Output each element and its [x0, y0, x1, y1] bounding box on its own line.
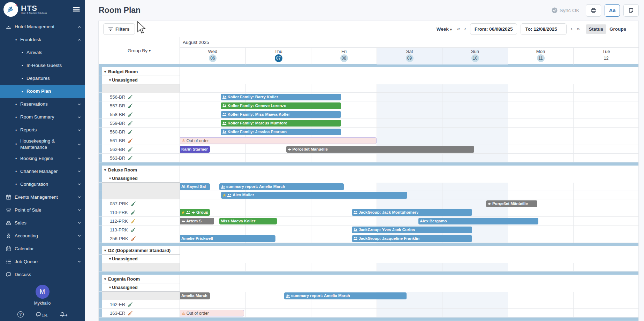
sidebar-item-accounting[interactable]: $Accounting	[0, 229, 85, 242]
room-label-557-br[interactable]: 557-BR	[102, 101, 180, 110]
housekeeping-icon	[128, 129, 133, 135]
groups-toggle-button[interactable]: Groups	[606, 24, 629, 34]
sidebar-item-events-management[interactable]: Events Management	[0, 191, 85, 204]
prev-fast-button[interactable]: «	[457, 26, 461, 32]
row-indicator-strip	[99, 174, 102, 183]
booking-bar[interactable]: Porçeßet Mänùèlle	[486, 200, 537, 207]
next-fast-button[interactable]: »	[576, 26, 580, 32]
font-size-button[interactable]: Aa	[605, 4, 620, 17]
room-label-561-br[interactable]: 561-BR	[102, 136, 180, 145]
sidebar-item-calendar[interactable]: Calendar	[0, 242, 85, 255]
day-cell	[377, 93, 442, 101]
booking-bar[interactable]: Koller Family: Marcus Mumford	[221, 120, 341, 127]
sidebar-item-label: Frontdesk	[20, 37, 77, 43]
subgroup-name: Unassigned	[112, 256, 138, 261]
subgroup-header-label[interactable]: ▾Unassigned	[102, 283, 180, 292]
sidebar-item-hotel-management[interactable]: Hotel Management	[0, 21, 85, 33]
day-cell	[442, 300, 508, 309]
room-label-112-prk[interactable]: 112-PRK	[102, 217, 180, 226]
booking-bar[interactable]: Karin Starmer	[180, 146, 210, 153]
subgroup-header-label[interactable]: ▾Unassigned	[102, 174, 180, 183]
booking-bar[interactable]: Koller Family: Miss Maeva Koller	[221, 111, 341, 118]
section-divider	[99, 318, 638, 321]
sidebar-item-configuration[interactable]: •Configuration	[0, 178, 85, 191]
range-dropdown[interactable]: Week ▾	[437, 26, 452, 32]
avatar[interactable]: M	[36, 285, 50, 299]
booking-bar[interactable]: JackGroup: Jacqueline Franklin	[352, 235, 472, 242]
print-button[interactable]	[586, 4, 601, 17]
room-row: 113-PRK JackGroup: Yves Jack Curios	[99, 226, 638, 234]
booking-bar[interactable]: ★Alex Muller	[221, 192, 407, 199]
sidebar-item-point-of-sale[interactable]: Point of Sale	[0, 204, 85, 216]
booking-bar[interactable]: Artem S	[180, 218, 214, 224]
sidebar-item-arrivals[interactable]: •Arrivals	[0, 46, 85, 59]
sidebar-item-discuss[interactable]: Discuss	[0, 268, 85, 281]
sidebar-item-booking-engine[interactable]: •Booking Engine	[0, 152, 85, 165]
sidebar-item-frontdesk[interactable]: •Frontdesk	[0, 33, 85, 46]
subgroup-header-label[interactable]: ▾Unassigned	[102, 255, 180, 263]
booking-bar[interactable]: JackGroup: Yves Jack Curios	[352, 227, 472, 233]
room-label-560-br[interactable]: 560-BR	[102, 128, 180, 136]
sidebar-item-reports[interactable]: •Reports	[0, 124, 85, 137]
room-label-162-er[interactable]: 162-ER	[102, 300, 180, 309]
room-label-087-prk[interactable]: 087-PRK	[102, 199, 180, 208]
section-header-label[interactable]: ▾DZ (Doppelzimmer Standard)	[102, 246, 180, 255]
booking-bar[interactable]: Koller Family: Barry Koller	[221, 94, 341, 100]
room-label-562-br[interactable]: 562-BR	[102, 145, 180, 154]
day-cell	[311, 217, 377, 226]
day-cell	[442, 93, 508, 101]
subgroup-header-label[interactable]: ▾Unassigned	[102, 76, 180, 84]
booking-bar[interactable]: Alex Bergamo	[418, 218, 538, 224]
booking-bar[interactable]: Koller Family: Geneve Lorenzo	[221, 102, 341, 109]
status-toggle-button[interactable]: Status	[586, 24, 606, 34]
booking-bar[interactable]: Amelie Prickwell	[180, 235, 275, 242]
section-header-label[interactable]: ▾Eugenia Room	[102, 275, 180, 283]
section-header-label[interactable]: ▾Deluxe Room	[102, 166, 180, 174]
to-date-input[interactable]: To: 12/08/2025	[521, 23, 567, 35]
section-header-label[interactable]: ▾Budget Room	[102, 67, 180, 76]
booking-bar[interactable]: Miss Maeva Koller	[219, 218, 277, 224]
room-label-563-br[interactable]: 563-BR	[102, 154, 180, 162]
booking-bar[interactable]: Amelia March	[180, 292, 210, 299]
booking-bar[interactable]: ★Group	[180, 209, 210, 216]
booking-bar[interactable]: Porçeßet Mänùèlle	[286, 146, 475, 153]
booking-bar[interactable]: Al-Kayed Sal	[180, 183, 210, 190]
sidebar-item-sales[interactable]: Sales	[0, 216, 85, 229]
room-label-110-prk[interactable]: 110-PRK	[102, 208, 180, 217]
sidebar-item-reservations[interactable]: •Reservations	[0, 98, 85, 111]
subgroup-name: Unassigned	[112, 176, 138, 181]
out-of-order-bar[interactable]: ⚠Out of order	[180, 310, 244, 316]
day-cell	[442, 128, 508, 136]
messages-button[interactable]: 161	[36, 312, 48, 317]
menu-toggle-button[interactable]	[72, 6, 81, 13]
notifications-button[interactable]: 4	[60, 312, 68, 317]
logo[interactable]: + HTS Hotel & Tourism Solutions	[0, 0, 85, 19]
from-date-input[interactable]: From: 06/08/2025	[470, 23, 517, 35]
next-button[interactable]: ›	[570, 26, 573, 32]
help-button[interactable]: ?	[17, 311, 24, 318]
room-label-113-prk[interactable]: 113-PRK	[102, 226, 180, 234]
room-label-256-prk[interactable]: 256-PRK	[102, 234, 180, 243]
room-label-556-br[interactable]: 556-BR	[102, 93, 180, 101]
sidebar-item-departures[interactable]: •Departures	[0, 72, 85, 85]
notes-button[interactable]	[623, 4, 639, 17]
room-label-559-br[interactable]: 559-BR	[102, 119, 180, 128]
group-by-dropdown[interactable]: Group By ▾	[99, 37, 180, 64]
room-id: 563-BR	[110, 155, 125, 161]
sidebar-item-housekeeping-maintenance[interactable]: •Housekeeping & Maintenance	[0, 137, 85, 152]
sidebar-item-in-house-guests[interactable]: •In-House Guests	[0, 59, 85, 72]
booking-bar[interactable]: Koller Family: Jessica Pearson	[221, 129, 341, 135]
room-label-163-er[interactable]: 163-ER	[102, 309, 180, 318]
booking-bar[interactable]: summary report: Amelia March	[219, 183, 344, 190]
sidebar-item-room-summary[interactable]: •Room Summary	[0, 111, 85, 124]
sidebar-item-room-plan[interactable]: •Room Plan	[0, 85, 85, 98]
room-label-558-br[interactable]: 558-BR	[102, 110, 180, 119]
sidebar-item-job-queue[interactable]: Job Queue	[0, 255, 85, 268]
sidebar-item-channel-manager[interactable]: •Channel Manager	[0, 165, 85, 178]
day-number-badge: 12	[603, 54, 610, 62]
out-of-order-bar[interactable]: ⚠Out of order	[180, 137, 377, 144]
booking-bar[interactable]: summary report: Amelia March	[284, 292, 407, 299]
prev-button[interactable]: ‹	[464, 26, 467, 32]
filters-button[interactable]: Filters	[103, 23, 135, 35]
booking-bar[interactable]: JackGroup: Jack Montghomery	[352, 209, 472, 216]
